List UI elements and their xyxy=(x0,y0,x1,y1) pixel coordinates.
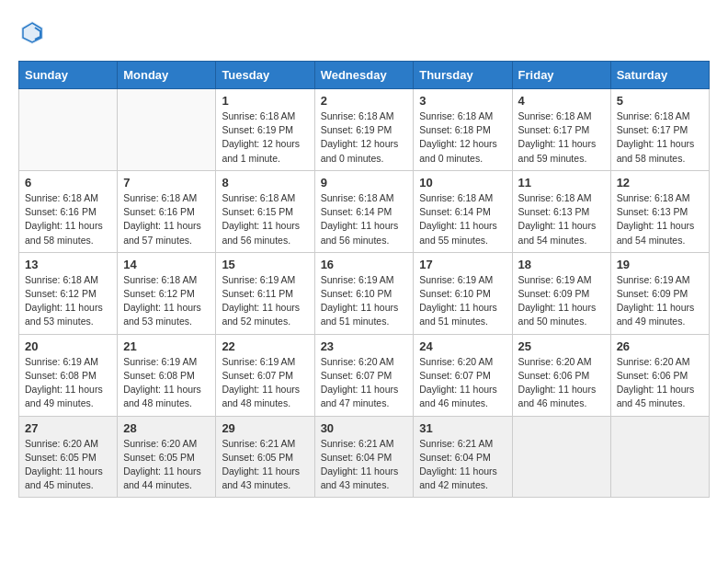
calendar-cell: 10Sunrise: 6:18 AM Sunset: 6:14 PM Dayli… xyxy=(414,170,512,252)
calendar-week-row: 13Sunrise: 6:18 AM Sunset: 6:12 PM Dayli… xyxy=(19,252,710,334)
day-content: Sunrise: 6:20 AM Sunset: 6:07 PM Dayligh… xyxy=(321,355,408,411)
day-content: Sunrise: 6:19 AM Sunset: 6:08 PM Dayligh… xyxy=(25,355,111,411)
day-content: Sunrise: 6:21 AM Sunset: 6:05 PM Dayligh… xyxy=(222,437,308,493)
calendar-cell: 25Sunrise: 6:20 AM Sunset: 6:06 PM Dayli… xyxy=(512,334,610,416)
day-content: Sunrise: 6:20 AM Sunset: 6:05 PM Dayligh… xyxy=(25,437,111,493)
calendar-cell xyxy=(19,89,118,171)
calendar-day-header: Thursday xyxy=(414,62,512,89)
day-number: 29 xyxy=(222,421,308,435)
day-content: Sunrise: 6:19 AM Sunset: 6:09 PM Dayligh… xyxy=(518,273,605,329)
calendar-cell: 21Sunrise: 6:19 AM Sunset: 6:08 PM Dayli… xyxy=(118,334,216,416)
day-content: Sunrise: 6:18 AM Sunset: 6:13 PM Dayligh… xyxy=(617,191,703,247)
day-number: 30 xyxy=(321,421,408,435)
day-content: Sunrise: 6:18 AM Sunset: 6:19 PM Dayligh… xyxy=(222,109,308,166)
day-number: 20 xyxy=(25,339,111,353)
day-number: 19 xyxy=(617,258,703,271)
day-number: 24 xyxy=(419,339,506,353)
day-number: 17 xyxy=(419,258,506,271)
calendar-day-header: Saturday xyxy=(610,62,709,89)
calendar-cell: 12Sunrise: 6:18 AM Sunset: 6:13 PM Dayli… xyxy=(610,170,709,252)
day-number: 16 xyxy=(321,258,408,271)
day-content: Sunrise: 6:21 AM Sunset: 6:04 PM Dayligh… xyxy=(321,437,408,493)
calendar-cell: 3Sunrise: 6:18 AM Sunset: 6:18 PM Daylig… xyxy=(414,89,512,171)
day-content: Sunrise: 6:19 AM Sunset: 6:07 PM Dayligh… xyxy=(222,355,308,411)
calendar-cell: 28Sunrise: 6:20 AM Sunset: 6:05 PM Dayli… xyxy=(118,416,216,498)
calendar-cell: 8Sunrise: 6:18 AM Sunset: 6:15 PM Daylig… xyxy=(216,170,314,252)
day-content: Sunrise: 6:18 AM Sunset: 6:14 PM Dayligh… xyxy=(419,191,506,247)
day-content: Sunrise: 6:18 AM Sunset: 6:13 PM Dayligh… xyxy=(518,191,605,247)
page-header xyxy=(18,18,710,46)
calendar-cell: 18Sunrise: 6:19 AM Sunset: 6:09 PM Dayli… xyxy=(512,252,610,334)
calendar-header-row: SundayMondayTuesdayWednesdayThursdayFrid… xyxy=(19,62,710,89)
day-number: 8 xyxy=(222,176,308,190)
day-number: 1 xyxy=(222,94,308,108)
day-content: Sunrise: 6:21 AM Sunset: 6:04 PM Dayligh… xyxy=(419,437,506,493)
calendar-cell: 11Sunrise: 6:18 AM Sunset: 6:13 PM Dayli… xyxy=(512,170,610,252)
logo xyxy=(18,18,50,46)
calendar-cell: 4Sunrise: 6:18 AM Sunset: 6:17 PM Daylig… xyxy=(512,89,610,171)
day-number: 10 xyxy=(419,176,506,190)
day-content: Sunrise: 6:19 AM Sunset: 6:11 PM Dayligh… xyxy=(222,273,308,329)
calendar-cell: 2Sunrise: 6:18 AM Sunset: 6:19 PM Daylig… xyxy=(314,89,414,171)
calendar-cell: 1Sunrise: 6:18 AM Sunset: 6:19 PM Daylig… xyxy=(216,89,314,171)
calendar-cell: 24Sunrise: 6:20 AM Sunset: 6:07 PM Dayli… xyxy=(414,334,512,416)
calendar-week-row: 20Sunrise: 6:19 AM Sunset: 6:08 PM Dayli… xyxy=(19,334,710,416)
calendar-cell: 29Sunrise: 6:21 AM Sunset: 6:05 PM Dayli… xyxy=(216,416,314,498)
calendar-week-row: 1Sunrise: 6:18 AM Sunset: 6:19 PM Daylig… xyxy=(19,89,710,171)
calendar-cell: 26Sunrise: 6:20 AM Sunset: 6:06 PM Dayli… xyxy=(610,334,709,416)
day-number: 4 xyxy=(518,94,605,108)
day-content: Sunrise: 6:19 AM Sunset: 6:08 PM Dayligh… xyxy=(123,355,210,411)
calendar-week-row: 27Sunrise: 6:20 AM Sunset: 6:05 PM Dayli… xyxy=(19,416,710,498)
calendar-cell xyxy=(512,416,610,498)
day-number: 5 xyxy=(617,94,703,108)
day-content: Sunrise: 6:18 AM Sunset: 6:15 PM Dayligh… xyxy=(222,191,308,247)
calendar-day-header: Sunday xyxy=(19,62,118,89)
day-content: Sunrise: 6:18 AM Sunset: 6:12 PM Dayligh… xyxy=(25,273,111,329)
calendar-cell: 13Sunrise: 6:18 AM Sunset: 6:12 PM Dayli… xyxy=(19,252,118,334)
day-content: Sunrise: 6:18 AM Sunset: 6:18 PM Dayligh… xyxy=(419,109,506,166)
calendar-day-header: Tuesday xyxy=(216,62,314,89)
calendar-cell: 31Sunrise: 6:21 AM Sunset: 6:04 PM Dayli… xyxy=(414,416,512,498)
day-number: 26 xyxy=(617,339,703,353)
calendar-cell: 5Sunrise: 6:18 AM Sunset: 6:17 PM Daylig… xyxy=(610,89,709,171)
day-content: Sunrise: 6:18 AM Sunset: 6:14 PM Dayligh… xyxy=(321,191,408,247)
calendar-cell: 22Sunrise: 6:19 AM Sunset: 6:07 PM Dayli… xyxy=(216,334,314,416)
day-number: 12 xyxy=(617,176,703,190)
day-number: 21 xyxy=(123,339,210,353)
day-number: 2 xyxy=(321,94,408,108)
day-number: 15 xyxy=(222,258,308,271)
calendar-cell: 27Sunrise: 6:20 AM Sunset: 6:05 PM Dayli… xyxy=(19,416,118,498)
day-number: 13 xyxy=(25,258,111,271)
day-content: Sunrise: 6:19 AM Sunset: 6:10 PM Dayligh… xyxy=(419,273,506,329)
day-content: Sunrise: 6:18 AM Sunset: 6:19 PM Dayligh… xyxy=(321,109,408,166)
calendar-day-header: Monday xyxy=(118,62,216,89)
calendar-cell: 15Sunrise: 6:19 AM Sunset: 6:11 PM Dayli… xyxy=(216,252,314,334)
calendar-cell: 30Sunrise: 6:21 AM Sunset: 6:04 PM Dayli… xyxy=(314,416,414,498)
day-number: 25 xyxy=(518,339,605,353)
day-content: Sunrise: 6:18 AM Sunset: 6:17 PM Dayligh… xyxy=(617,109,703,166)
day-content: Sunrise: 6:20 AM Sunset: 6:07 PM Dayligh… xyxy=(419,355,506,411)
day-number: 27 xyxy=(25,421,111,435)
day-content: Sunrise: 6:18 AM Sunset: 6:17 PM Dayligh… xyxy=(518,109,605,166)
day-content: Sunrise: 6:19 AM Sunset: 6:09 PM Dayligh… xyxy=(617,273,703,329)
day-content: Sunrise: 6:18 AM Sunset: 6:12 PM Dayligh… xyxy=(123,273,210,329)
calendar-cell: 17Sunrise: 6:19 AM Sunset: 6:10 PM Dayli… xyxy=(414,252,512,334)
calendar-cell: 9Sunrise: 6:18 AM Sunset: 6:14 PM Daylig… xyxy=(314,170,414,252)
calendar-table: SundayMondayTuesdayWednesdayThursdayFrid… xyxy=(18,61,710,498)
day-number: 22 xyxy=(222,339,308,353)
day-content: Sunrise: 6:19 AM Sunset: 6:10 PM Dayligh… xyxy=(321,273,408,329)
day-content: Sunrise: 6:20 AM Sunset: 6:06 PM Dayligh… xyxy=(617,355,703,411)
day-number: 11 xyxy=(518,176,605,190)
day-content: Sunrise: 6:18 AM Sunset: 6:16 PM Dayligh… xyxy=(25,191,111,247)
day-number: 7 xyxy=(123,176,210,190)
day-number: 3 xyxy=(419,94,506,108)
day-number: 28 xyxy=(123,421,210,435)
calendar-week-row: 6Sunrise: 6:18 AM Sunset: 6:16 PM Daylig… xyxy=(19,170,710,252)
day-number: 23 xyxy=(321,339,408,353)
calendar-cell: 6Sunrise: 6:18 AM Sunset: 6:16 PM Daylig… xyxy=(19,170,118,252)
day-number: 18 xyxy=(518,258,605,271)
day-content: Sunrise: 6:20 AM Sunset: 6:05 PM Dayligh… xyxy=(123,437,210,493)
day-number: 6 xyxy=(25,176,111,190)
calendar-cell xyxy=(610,416,709,498)
calendar-cell xyxy=(118,89,216,171)
